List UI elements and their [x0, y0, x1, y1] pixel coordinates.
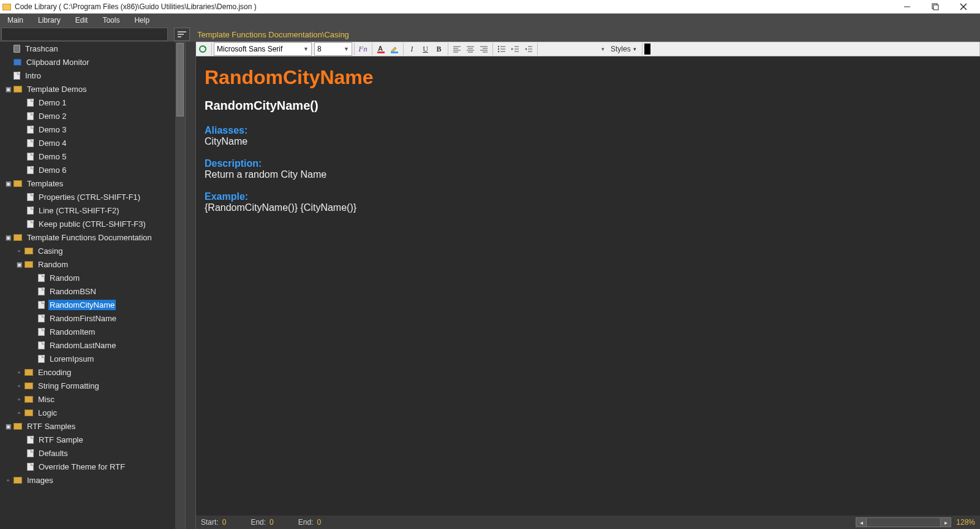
description-label: Description:: [205, 158, 971, 169]
align-center-button[interactable]: [464, 42, 477, 56]
tree-demo4[interactable]: Demo 4: [0, 136, 175, 150]
tree-randomitem2[interactable]: RandomItem: [0, 325, 175, 338]
highlight-button[interactable]: [388, 42, 401, 56]
align-left-button[interactable]: [450, 42, 464, 56]
tree-random-item-label: Random: [48, 273, 81, 283]
tree-randombsn[interactable]: RandomBSN: [0, 284, 175, 298]
expand-icon[interactable]: ▫: [16, 369, 22, 376]
italic-button[interactable]: I: [405, 42, 419, 56]
trash-icon: [13, 45, 20, 53]
scroll-track[interactable]: [867, 517, 940, 527]
document-viewer[interactable]: RandomCityName RandomCityName() Aliasses…: [196, 56, 980, 516]
tree-randomitem2-label: RandomItem: [48, 327, 96, 337]
expand-icon[interactable]: ▫: [16, 382, 22, 389]
tree-keep-public-label: Keep public (CTRL-SHIFT-F3): [37, 219, 147, 229]
tree-demo3[interactable]: Demo 3: [0, 123, 175, 136]
sort-button[interactable]: [174, 28, 190, 41]
tree-demo5[interactable]: Demo 5: [0, 150, 175, 163]
folder-icon: [13, 234, 22, 241]
tree-properties[interactable]: Properties (CTRL-SHIFT-F1): [0, 190, 175, 204]
tree-override[interactable]: Override Theme for RTF: [0, 460, 175, 473]
status-bar: Start:0 End:0 End:0 ◂ ▸ 128%: [196, 516, 980, 529]
minimize-button[interactable]: [893, 0, 921, 13]
tree-encoding[interactable]: ▫Encoding: [0, 365, 175, 379]
tree-demo1[interactable]: Demo 1: [0, 96, 175, 109]
expand-icon[interactable]: ▫: [16, 248, 22, 254]
tree-demo6-label: Demo 6: [37, 165, 68, 175]
tree-images[interactable]: ▫Images: [0, 473, 175, 487]
tree-randomlastname[interactable]: RandomLastName: [0, 338, 175, 352]
underline-button[interactable]: U: [419, 42, 432, 56]
tree-clipboard[interactable]: Clipboard Monitor: [0, 55, 175, 69]
svg-point-23: [497, 48, 499, 50]
menu-main[interactable]: Main: [0, 13, 31, 27]
tree-template-demos[interactable]: ▣Template Demos: [0, 82, 175, 96]
menu-edit[interactable]: Edit: [68, 13, 96, 27]
tree-intro[interactable]: Intro: [0, 69, 175, 82]
tree-defaults[interactable]: Defaults: [0, 446, 175, 460]
titlebar: Code Library ( C:\Program Files (x86)\Gu…: [0, 0, 980, 13]
expand-icon[interactable]: ▫: [16, 409, 22, 416]
font-color-button[interactable]: A: [374, 42, 388, 56]
tree-stringfmt[interactable]: ▫String Formatting: [0, 379, 175, 392]
tree-line[interactable]: Line (CTRL-SHIFT-F2): [0, 204, 175, 217]
scroll-right-button[interactable]: ▸: [940, 517, 951, 527]
tree-demo2[interactable]: Demo 2: [0, 109, 175, 123]
tree-trashcan[interactable]: Trashcan: [0, 42, 175, 55]
maximize-button[interactable]: [921, 0, 949, 13]
scrollbar-thumb[interactable]: [176, 43, 184, 116]
menu-library[interactable]: Library: [31, 13, 68, 27]
collapse-icon[interactable]: ▣: [5, 180, 11, 187]
collapse-icon[interactable]: ▣: [16, 261, 22, 268]
tree-scrollbar[interactable]: [175, 42, 185, 529]
expand-icon[interactable]: ▫: [5, 477, 11, 484]
app-icon: [2, 4, 11, 10]
styles-dropdown[interactable]: Styles▾: [607, 45, 640, 53]
collapse-icon[interactable]: ▣: [5, 423, 11, 430]
separator: [537, 43, 538, 55]
tree-loremipsum[interactable]: LoremIpsum: [0, 352, 175, 365]
tree-random[interactable]: ▣Random: [0, 257, 175, 271]
folder-icon: [24, 396, 33, 403]
tree-randomfirstname[interactable]: RandomFirstName: [0, 311, 175, 325]
bullet-list-button[interactable]: [495, 42, 508, 56]
tree-misc[interactable]: ▫Misc: [0, 392, 175, 406]
collapse-icon[interactable]: ▣: [5, 86, 11, 93]
style-preset-select[interactable]: ▾: [540, 42, 607, 56]
tree[interactable]: Trashcan Clipboard Monitor Intro ▣Templa…: [0, 42, 175, 529]
collapse-icon[interactable]: ▣: [5, 234, 11, 241]
tree-casing[interactable]: ▫Casing: [0, 244, 175, 257]
tree-demo6[interactable]: Demo 6: [0, 163, 175, 177]
scroll-left-button[interactable]: ◂: [856, 517, 867, 527]
tree-rtfsample[interactable]: RTF Sample: [0, 433, 175, 446]
tree-templates[interactable]: ▣Templates: [0, 177, 175, 190]
horizontal-scrollbar[interactable]: ◂ ▸: [856, 517, 951, 527]
font-button[interactable]: Fn: [356, 42, 370, 56]
indent-button[interactable]: [522, 42, 535, 56]
zoom-level[interactable]: 128%: [956, 518, 975, 527]
search-input[interactable]: [1, 28, 168, 41]
menu-main-label: Main: [7, 16, 23, 25]
doc-title: RandomCityName: [205, 66, 971, 89]
menu-tools[interactable]: Tools: [95, 13, 127, 27]
font-family-select[interactable]: Microsoft Sans Serif▼: [214, 42, 312, 56]
close-button[interactable]: [949, 0, 978, 13]
align-right-button[interactable]: [477, 42, 491, 56]
tree-logic[interactable]: ▫Logic: [0, 406, 175, 419]
expand-icon[interactable]: ▫: [16, 396, 22, 403]
font-size-select[interactable]: 8▼: [314, 42, 352, 56]
tree-tfd[interactable]: ▣Template Functions Documentation: [0, 230, 175, 244]
folder-icon: [24, 261, 33, 268]
menu-help-label: Help: [134, 16, 149, 25]
refresh-button[interactable]: [196, 42, 209, 56]
bold-button[interactable]: B: [432, 42, 446, 56]
tree-keep-public[interactable]: Keep public (CTRL-SHIFT-F3): [0, 217, 175, 230]
outdent-button[interactable]: [508, 42, 522, 56]
tree-random-item[interactable]: Random: [0, 271, 175, 284]
tree-rtf[interactable]: ▣RTF Samples: [0, 419, 175, 433]
tree-randomcityname[interactable]: RandomCityName: [0, 298, 175, 311]
tree-override-label: Override Theme for RTF: [37, 462, 126, 472]
tree-images-label: Images: [26, 475, 55, 485]
splitter[interactable]: [185, 42, 196, 529]
menu-help[interactable]: Help: [127, 13, 157, 27]
